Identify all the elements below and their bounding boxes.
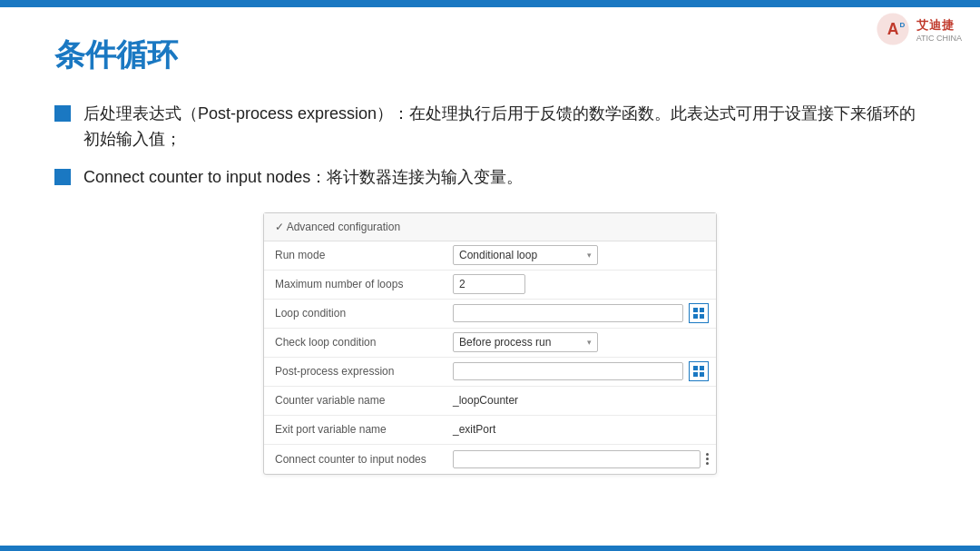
value-post-process xyxy=(446,358,716,385)
grid-icon-loop-condition[interactable] xyxy=(689,303,709,323)
config-panel-wrapper: ✓ Advanced configuration Run mode Condit… xyxy=(54,212,926,475)
dot-3 xyxy=(706,462,709,465)
text-counter-var: _loopCounter xyxy=(453,394,518,407)
config-row-max-loops: Maximum number of loops 2 xyxy=(264,271,716,300)
main-content: 条件循环 后处理表达式（Post-process expression）：在处理… xyxy=(0,7,980,551)
select-check-loop-text: Before process run xyxy=(459,336,551,349)
config-row-check-loop: Check loop condition Before process run … xyxy=(264,329,716,358)
grid-icon-post-process[interactable] xyxy=(689,361,709,381)
label-max-loops: Maximum number of loops xyxy=(264,272,446,296)
select-run-mode-text: Conditional loop xyxy=(459,249,537,261)
label-counter-var: Counter variable name xyxy=(264,389,446,412)
svg-rect-9 xyxy=(693,372,698,377)
dots-icon-connect-counter[interactable] xyxy=(706,453,709,465)
svg-rect-10 xyxy=(700,372,704,377)
config-row-run-mode: Run mode Conditional loop ▾ xyxy=(264,241,716,271)
config-panel: ✓ Advanced configuration Run mode Condit… xyxy=(263,212,717,475)
dot-1 xyxy=(706,453,709,456)
bullet-text-1: 后处理表达式（Post-process expression）：在处理执行后用于… xyxy=(83,102,926,153)
svg-rect-8 xyxy=(700,366,704,370)
config-header: ✓ Advanced configuration xyxy=(264,213,716,241)
input-connect-counter[interactable] xyxy=(453,450,701,468)
bullet-item-2: Connect counter to input nodes：将计数器连接为输入… xyxy=(54,165,926,191)
config-row-counter-var: Counter variable name _loopCounter xyxy=(264,387,716,416)
config-row-post-process: Post-process expression xyxy=(264,358,716,387)
bullet-text-2: Connect counter to input nodes：将计数器连接为输入… xyxy=(83,165,523,191)
input-max-loops[interactable]: 2 xyxy=(453,274,525,294)
label-connect-counter: Connect counter to input nodes xyxy=(264,448,446,471)
label-exit-port: Exit port variable name xyxy=(264,418,446,441)
page-title: 条件循环 xyxy=(54,34,926,76)
label-check-loop: Check loop condition xyxy=(264,330,446,354)
label-loop-condition: Loop condition xyxy=(264,301,446,325)
select-check-loop[interactable]: Before process run ▾ xyxy=(453,332,598,352)
svg-rect-5 xyxy=(693,314,698,319)
value-counter-var: _loopCounter xyxy=(446,390,716,410)
select-run-mode[interactable]: Conditional loop ▾ xyxy=(453,245,598,265)
bullet-icon-2 xyxy=(54,169,71,185)
svg-rect-7 xyxy=(693,366,698,370)
config-row-exit-port: Exit port variable name _exitPort xyxy=(264,416,716,445)
config-row-connect-counter: Connect counter to input nodes xyxy=(264,445,716,474)
label-run-mode: Run mode xyxy=(264,243,446,267)
config-row-loop-condition: Loop condition xyxy=(264,300,716,329)
bottom-accent-bar xyxy=(0,546,980,551)
text-exit-port: _exitPort xyxy=(453,423,495,436)
value-max-loops: 2 xyxy=(446,271,716,298)
bullet-icon-1 xyxy=(54,105,71,122)
value-run-mode: Conditional loop ▾ xyxy=(446,241,716,269)
dot-2 xyxy=(706,458,709,460)
chevron-down-icon-2: ▾ xyxy=(587,338,592,347)
bullet-item-1: 后处理表达式（Post-process expression）：在处理执行后用于… xyxy=(54,102,926,153)
value-loop-condition xyxy=(446,300,716,327)
value-exit-port: _exitPort xyxy=(446,419,716,439)
value-check-loop: Before process run ▾ xyxy=(446,329,716,356)
top-accent-bar xyxy=(0,0,980,7)
svg-rect-3 xyxy=(693,308,698,312)
svg-rect-4 xyxy=(700,308,704,312)
label-post-process: Post-process expression xyxy=(264,359,446,383)
chevron-down-icon: ▾ xyxy=(587,251,592,260)
input-post-process[interactable] xyxy=(453,362,683,380)
input-max-loops-value: 2 xyxy=(459,278,466,290)
input-loop-condition[interactable] xyxy=(453,304,683,322)
bullet-list: 后处理表达式（Post-process expression）：在处理执行后用于… xyxy=(54,102,926,191)
value-connect-counter xyxy=(446,447,716,472)
svg-rect-6 xyxy=(700,314,704,319)
